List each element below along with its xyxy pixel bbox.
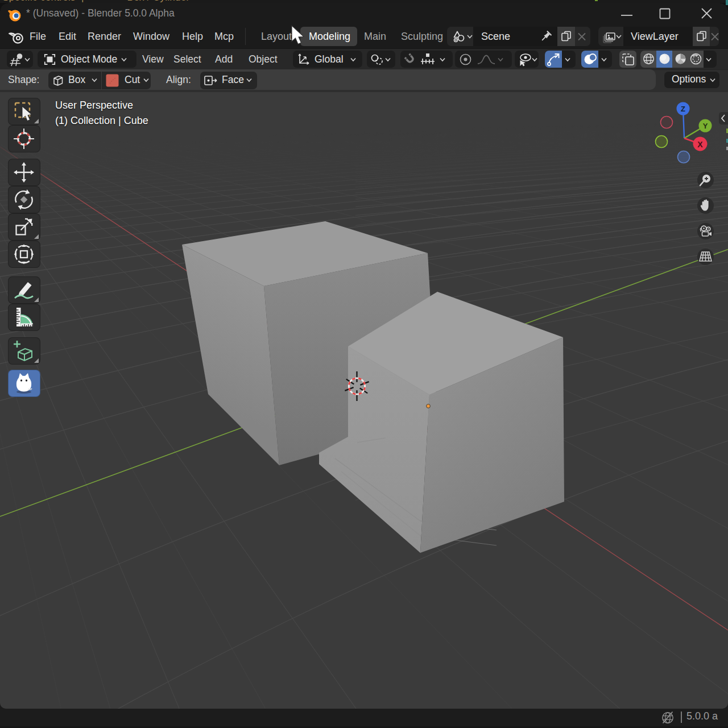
svg-text:X: X [697,140,703,149]
svg-text:Y: Y [703,122,708,130]
svg-text:Z: Z [681,105,685,113]
